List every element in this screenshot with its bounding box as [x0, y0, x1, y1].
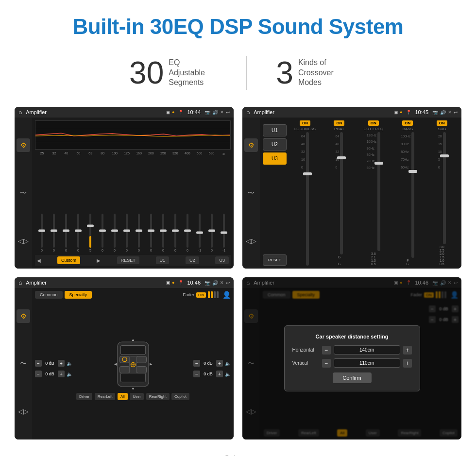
- wave-icon-3[interactable]: 〜: [17, 357, 30, 371]
- user-btn-3[interactable]: User: [130, 393, 144, 400]
- eq-slider-6[interactable]: 0: [109, 214, 120, 252]
- stats-bar: 30 EQ AdjustableSegments 3 Kinds ofCross…: [0, 49, 476, 102]
- eq-slider-0[interactable]: 0: [36, 214, 48, 252]
- phat-on[interactable]: ON: [334, 120, 344, 126]
- eq-slider-13[interactable]: -1: [194, 214, 205, 252]
- location-icon-2: 📍: [406, 110, 411, 115]
- reset-btn-1[interactable]: RESET: [117, 256, 139, 264]
- phat-slider[interactable]: [340, 132, 343, 254]
- rearleft-btn-3[interactable]: RearLeft: [95, 393, 116, 400]
- eq-icon-3[interactable]: ⚙: [17, 309, 30, 323]
- eq-slider-10[interactable]: 0: [157, 214, 169, 252]
- vol-plus-tl[interactable]: +: [58, 360, 65, 367]
- back-icon-3[interactable]: ↩: [226, 280, 230, 286]
- brand-footer: Seicane: [0, 454, 476, 456]
- home-icon-3[interactable]: ⌂: [18, 279, 22, 286]
- vertical-minus-btn[interactable]: −: [322, 359, 331, 368]
- u2-btn[interactable]: U2: [186, 256, 199, 264]
- back-icon-2[interactable]: ↩: [454, 110, 458, 115]
- vol-minus-tl[interactable]: −: [35, 360, 42, 367]
- cutfreq-labels: 120Hz100Hz90Hz80Hz70Hz60Hz: [367, 132, 376, 171]
- speaker-br: 🔈: [225, 372, 231, 377]
- vol-plus-br[interactable]: +: [216, 371, 223, 377]
- close-icon-3[interactable]: ✕: [220, 280, 224, 285]
- speaker-tl: 🔈: [67, 361, 72, 366]
- confirm-button[interactable]: Confirm: [333, 372, 372, 383]
- all-btn-3[interactable]: All: [118, 393, 128, 400]
- eq-sliders-row: 0 0 0 0 5 0 0 0 0 0 0 0 0 -1 0 -1: [35, 158, 231, 253]
- speaker-icon-2[interactable]: ◁▷: [244, 234, 258, 248]
- home-icon-1[interactable]: ⌂: [18, 109, 22, 116]
- car-view-3: ▲ ▼ ◀ ▶ Driver RearLeft All User RearRig…: [75, 338, 190, 400]
- rearright-btn-3[interactable]: RearRight: [146, 393, 170, 400]
- preset-u1[interactable]: U1: [263, 124, 287, 136]
- eq-slider-7[interactable]: 0: [121, 214, 133, 252]
- bass-on[interactable]: ON: [402, 120, 413, 126]
- close-icon[interactable]: ✕: [220, 110, 224, 115]
- vol-minus-br[interactable]: −: [193, 371, 200, 377]
- svg-text:▶: ▶: [150, 361, 153, 366]
- eq-slider-12[interactable]: 0: [182, 214, 193, 252]
- horizontal-plus-btn[interactable]: +: [403, 346, 412, 355]
- cutfreq-slider[interactable]: [377, 132, 380, 251]
- vol-minus-bl[interactable]: −: [35, 371, 42, 377]
- u1-btn[interactable]: U1: [156, 256, 170, 264]
- bass-slider[interactable]: [411, 132, 414, 258]
- sub-on[interactable]: ON: [437, 120, 447, 126]
- u3-btn[interactable]: U3: [215, 256, 229, 264]
- fader-bar-4: [217, 291, 219, 298]
- preset-u2[interactable]: U2: [263, 138, 287, 151]
- custom-btn[interactable]: Custom: [57, 256, 80, 264]
- back-icon[interactable]: ↩: [226, 110, 230, 115]
- loudness-freq: 644832160: [301, 132, 305, 171]
- car-svg-3: ▲ ▼ ◀ ▶: [109, 338, 157, 391]
- svg-text:▼: ▼: [131, 387, 135, 391]
- reset-btn-2[interactable]: RESET: [263, 254, 287, 266]
- vol-minus-tr[interactable]: −: [193, 360, 200, 367]
- loudness-on[interactable]: ON: [300, 120, 310, 126]
- eq-slider-1[interactable]: 0: [48, 214, 60, 252]
- eq-icon-2[interactable]: ⚙: [244, 138, 258, 152]
- phat-label: PHAT: [334, 127, 344, 131]
- vol-plus-tr[interactable]: +: [216, 360, 223, 367]
- vol-bottom-right: − 0 dB + 🔈: [193, 371, 231, 377]
- wave-icon[interactable]: 〜: [17, 186, 30, 200]
- loudness-channel: ON LOUDNESS 644832160: [289, 120, 322, 266]
- close-icon-2[interactable]: ✕: [448, 110, 452, 115]
- vertical-plus-btn[interactable]: +: [403, 359, 412, 368]
- page-title: Built-in 30EQ DSP Sound System: [10, 15, 466, 39]
- specialty-tab-3[interactable]: Specialty: [65, 291, 92, 299]
- fader-label-3: Fader: [183, 292, 194, 297]
- specialty-header: Common Specialty Fader ON 👤: [35, 291, 231, 299]
- sub-slider[interactable]: [443, 132, 446, 244]
- svg-rect-10: [136, 366, 146, 373]
- eq-slider-8[interactable]: 0: [133, 214, 145, 252]
- home-icon-2[interactable]: ⌂: [246, 109, 250, 116]
- sub-freq: 20151050: [438, 132, 442, 171]
- vol-plus-bl[interactable]: +: [58, 371, 65, 377]
- prev-arrow[interactable]: ◀: [37, 258, 41, 263]
- common-tab-3[interactable]: Common: [35, 291, 63, 299]
- copilot-btn-3[interactable]: Copilot: [171, 393, 189, 400]
- vol-bottom-left: − 0 dB + 🔈: [35, 371, 72, 377]
- speaker-icon-3[interactable]: ◁▷: [17, 405, 30, 418]
- loudness-slider[interactable]: [306, 132, 309, 266]
- wave-icon-2[interactable]: 〜: [244, 186, 258, 200]
- eq-slider-2[interactable]: 0: [60, 214, 72, 252]
- eq-slider-14[interactable]: 0: [206, 214, 218, 252]
- eq-slider-11[interactable]: 0: [170, 214, 181, 252]
- fader-bar-1: [208, 291, 210, 298]
- next-arrow[interactable]: ▶: [97, 258, 101, 263]
- horizontal-minus-btn[interactable]: −: [322, 346, 331, 355]
- eq-slider-3[interactable]: 0: [72, 214, 84, 252]
- preset-u3[interactable]: U3: [263, 152, 287, 165]
- vol-val-br: 0 dB: [202, 372, 214, 376]
- eq-slider-9[interactable]: 0: [145, 214, 157, 252]
- eq-slider-15[interactable]: -1: [218, 214, 230, 252]
- cutfreq-on[interactable]: ON: [368, 120, 379, 126]
- driver-btn-3[interactable]: Driver: [76, 393, 92, 400]
- eq-slider-5[interactable]: 0: [97, 214, 108, 252]
- eq-icon[interactable]: ⚙: [17, 138, 30, 152]
- speaker-icon[interactable]: ◁▷: [17, 234, 30, 248]
- eq-slider-4[interactable]: 5: [85, 214, 96, 252]
